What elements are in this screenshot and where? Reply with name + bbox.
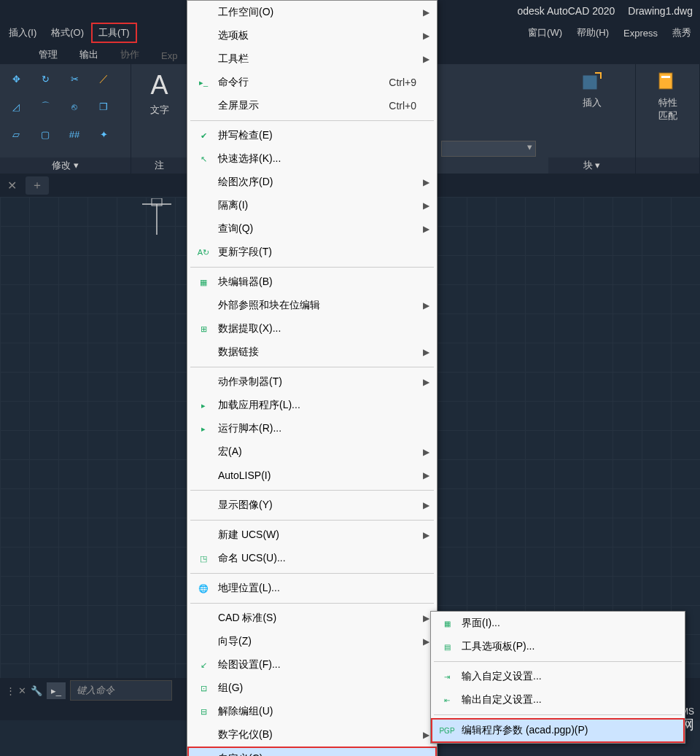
submenu-item[interactable]: ⇤输出自定义设置... [431,688,685,712]
menu-item[interactable]: 动作录制器(T)▶ [187,370,437,394]
wrench-icon[interactable]: 🔧 [31,685,42,696]
line-icon[interactable]: ／ [92,67,115,90]
menu-item[interactable]: ▸运行脚本(R)... [187,417,437,440]
menu-item[interactable]: ✔拼写检查(E) [187,124,437,147]
trim-icon[interactable]: ✂ [63,67,86,90]
menu-yanxiu[interactable]: 燕秀 [665,23,699,43]
menu-item[interactable]: 绘图次序(D)▶ [187,171,437,194]
menu-tools[interactable]: 工具(T) [91,23,137,43]
panel-modify-label[interactable]: 修改 ▾ [0,157,131,174]
add-tab-icon[interactable]: ＋ [26,176,49,195]
menu-window[interactable]: 窗口(W) [521,23,569,43]
tab-output[interactable]: 输出 [72,45,106,64]
svg-rect-2 [661,76,670,78]
menu-item[interactable]: 全屏显示Ctrl+0 [187,94,437,117]
submenu-item[interactable]: ▦界面(I)... [431,612,685,635]
menu-item[interactable]: 查询(Q)▶ [187,217,437,241]
menu-item[interactable]: ▸_命令行Ctrl+9 [187,71,437,94]
file-title: Drawing1.dwg [628,5,693,17]
insert-button[interactable]: 插入 [553,67,631,112]
menu-item[interactable]: ⊟解除编组(U) [187,700,437,723]
tab-collab[interactable]: 协作 [113,45,147,64]
menu-express[interactable]: Express [616,24,665,42]
menu-item[interactable]: 工具栏▶ [187,47,437,71]
menu-item[interactable]: 向导(Z)▶ [187,630,437,653]
menu-item[interactable]: ⊞数据提取(X)... [187,317,437,340]
scale-icon[interactable]: ▢ [34,122,57,146]
rotate-icon[interactable]: ↻ [34,67,57,90]
menu-item[interactable]: 宏(A)▶ [187,440,437,464]
array-icon[interactable]: ## [63,122,86,146]
cmd-handle-icon[interactable]: ⋮ ✕ [6,685,26,696]
app-title: odesk AutoCAD 2020 [517,5,615,17]
menu-format[interactable]: 格式(O) [44,23,91,43]
matchprop-button[interactable]: 特性 匹配 [640,67,695,125]
command-input[interactable]: 键入命令 [70,680,172,701]
menu-item[interactable]: CAD 标准(S)▶ [187,607,437,630]
menu-item[interactable]: ▸加载应用程序(L)... [187,394,437,417]
menu-item[interactable]: ↖快速选择(K)... [187,147,437,171]
menu-item[interactable]: 隔离(I)▶ [187,194,437,217]
panel-modify: ✥ ↻ ✂ ／ ◿ ⌒ ⎋ ❐ ▱ ▢ ## ✦ 修改 ▾ [0,64,131,174]
menu-item[interactable]: 数据链接▶ [187,340,437,364]
submenu-item[interactable]: ▤工具选项板(P)... [431,635,685,658]
svg-rect-1 [659,73,672,89]
menu-item[interactable]: 显示图像(Y)▶ [187,494,437,517]
panel-block: 插入 块 ▾ [548,64,636,174]
tab-manage[interactable]: 管理 [31,45,65,64]
cmd-prompt-icon: ▸_ [47,682,66,699]
menu-item[interactable]: 外部参照和块在位编辑▶ [187,294,437,317]
menu-insert[interactable]: 插入(I) [1,23,44,43]
menu-help[interactable]: 帮助(H) [569,23,616,43]
drawing-shape [139,198,175,242]
menu-item[interactable]: ▦块编辑器(B) [187,270,437,294]
matchprop-label: 特性 匹配 [658,96,677,122]
menu-item[interactable]: ↙绘图设置(F)... [187,653,437,677]
panel-block-label[interactable]: 块 ▾ [548,157,635,174]
tools-menu: 工作空间(O)▶选项板▶工具栏▶▸_命令行Ctrl+9全屏显示Ctrl+0✔拼写… [187,0,438,756]
menu-item[interactable]: ⊡组(G) [187,677,437,700]
mirror-icon[interactable]: ◿ [4,95,28,118]
move-icon[interactable]: ✥ [4,67,28,90]
submenu-item[interactable]: ⇥输入自定义设置... [431,665,685,688]
customize-submenu: ▦界面(I)...▤工具选项板(P)...⇥输入自定义设置...⇤输出自定义设置… [430,611,685,744]
menu-item[interactable]: AutoLISP(I)▶ [187,464,437,487]
menu-item[interactable]: 🌐地理位置(L)... [187,577,437,600]
close-tab-icon[interactable]: ✕ [7,179,17,192]
menu-item[interactable]: 数字化仪(B)▶ [187,723,437,747]
menu-item[interactable]: 选项板▶ [187,24,437,47]
panel-props: 特性 匹配 [636,64,700,174]
panel-annot-label: 注 [131,157,187,174]
explode-icon[interactable]: ✦ [92,122,115,146]
menu-item[interactable]: 自定义(C)▶ [187,747,437,756]
panel-text: A 文字 注 [131,64,188,174]
svg-rect-0 [583,76,596,89]
submenu-item[interactable]: PGP编辑程序参数 (acad.pgp)(P) [431,718,685,743]
layer-dropdown[interactable] [441,141,536,157]
menu-item[interactable]: ◳命名 UCS(U)... [187,547,437,570]
tab-express[interactable]: Exp [154,47,184,64]
cube-icon[interactable]: ❐ [92,95,115,118]
fillet-icon[interactable]: ⌒ [34,95,57,118]
stretch-icon[interactable]: ▱ [4,122,28,146]
offset-icon[interactable]: ⎋ [63,95,86,118]
menu-item[interactable]: 新建 UCS(W)▶ [187,523,437,547]
text-button[interactable]: A 文字 [136,67,183,120]
menu-item[interactable]: A↻更新字段(T) [187,241,437,264]
menu-item[interactable]: 工作空间(O)▶ [187,1,437,24]
